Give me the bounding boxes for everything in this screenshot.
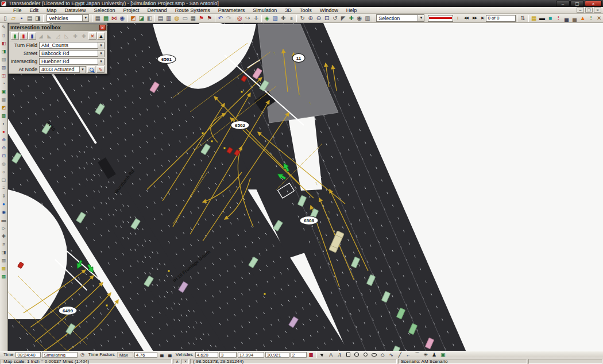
dense-button[interactable]: ▩ xyxy=(0,111,7,119)
page-button[interactable]: ▯ xyxy=(0,31,7,39)
zoom-in-button[interactable]: ⊕ xyxy=(0,135,7,144)
grid-button[interactable]: ▦ xyxy=(0,95,7,103)
table-button[interactable]: ▤ xyxy=(0,55,7,63)
locate-button[interactable]: ◉ xyxy=(0,208,7,216)
flag-a-button[interactable]: ◧ xyxy=(0,39,7,47)
delete-button[interactable]: ✕ xyxy=(88,32,96,40)
mdi-close-button[interactable]: × xyxy=(594,7,601,13)
selection-set-select[interactable]: Selection▼ xyxy=(376,14,424,22)
rect-button[interactable]: ▢ xyxy=(0,176,7,184)
zoom-selection-button[interactable]: ◉ xyxy=(355,14,364,22)
menu-file[interactable]: File xyxy=(9,7,26,13)
menu-3d[interactable]: 3D xyxy=(281,7,296,13)
node-label-6499[interactable]: 6499 xyxy=(59,307,77,315)
chart-button[interactable]: ∎ xyxy=(287,14,295,22)
theme-line-button[interactable]: ◧ xyxy=(145,14,153,22)
menu-project[interactable]: Project xyxy=(119,7,144,13)
zoom-out-button[interactable]: ⊖ xyxy=(0,144,7,152)
approach-b-button[interactable]: ◣ xyxy=(45,32,53,40)
freehand-tool[interactable]: ∿ xyxy=(387,351,396,358)
nav-last-button[interactable]: ▶| xyxy=(479,14,486,22)
clock-button[interactable]: ◷ xyxy=(78,351,86,358)
line-tool[interactable]: ╱ xyxy=(396,351,404,358)
chevron-down-icon[interactable]: ▼ xyxy=(418,15,424,21)
menu-route-systems[interactable]: Route Systems xyxy=(171,7,214,13)
overlap-button[interactable]: ▥ xyxy=(364,14,372,22)
nav-next-button[interactable]: ▶▶ xyxy=(470,14,479,22)
corner-button[interactable]: ◩ xyxy=(0,103,7,111)
record-button[interactable]: ● xyxy=(0,127,7,135)
chevron-down-icon[interactable]: ▼ xyxy=(79,67,86,73)
print-map-button[interactable]: ▦ xyxy=(189,14,197,22)
target-button[interactable]: ◎ xyxy=(235,14,243,22)
arc-tool[interactable]: ⌒ xyxy=(413,351,422,358)
add-b-button[interactable]: ✚ xyxy=(80,32,88,40)
close-button[interactable]: × xyxy=(585,1,602,6)
menu-simulation[interactable]: Simulation xyxy=(249,7,281,13)
pin-button[interactable]: ✛ xyxy=(252,14,260,22)
scroll-button[interactable]: ⇕ xyxy=(0,192,7,200)
rows-button[interactable]: ▥ xyxy=(0,256,7,264)
open-button[interactable]: ▱ xyxy=(9,14,17,22)
list-button[interactable]: ≡ xyxy=(0,184,7,192)
menu-window[interactable]: Window xyxy=(316,7,342,13)
nav-first-button[interactable]: |◀ xyxy=(455,14,462,22)
toolbox-tools-button[interactable]: ✕ xyxy=(595,14,603,22)
window-button[interactable]: ◫ xyxy=(0,71,7,79)
add-button[interactable]: ✚ xyxy=(0,232,7,240)
movement-a-button[interactable]: ◿ xyxy=(54,32,62,40)
scale-reset-button[interactable]: × xyxy=(181,359,189,364)
polygon-tool[interactable]: ◇ xyxy=(378,351,387,358)
network-check-button[interactable]: ⇅ xyxy=(519,14,527,22)
zoom-out-button[interactable]: ⊖ xyxy=(315,14,323,22)
circle-tool[interactable] xyxy=(361,351,370,358)
exit-button[interactable]: ↪ xyxy=(243,14,252,22)
intersecting-select[interactable]: Huebner Rd▼ xyxy=(39,58,105,65)
zoom-in-button[interactable]: ⊕ xyxy=(307,14,315,22)
menu-dataview[interactable]: Dataview xyxy=(61,7,90,13)
redo-button[interactable]: ↷ xyxy=(225,14,233,22)
rotate-view-button[interactable]: ↻ xyxy=(298,14,306,22)
car-light-button[interactable]: ▄ xyxy=(166,351,174,358)
node-label-6508[interactable]: 6508 xyxy=(300,216,318,225)
intersection-toolbox-dialog[interactable]: Intersection Toolbox ✕ ▮▮▮◢◣◿◺✚✚✕▲ Turn … xyxy=(9,24,107,74)
legend-button[interactable]: ◩ xyxy=(129,14,137,22)
node-label-6501[interactable]: 6501 xyxy=(157,55,176,64)
turn-field-select[interactable]: AM_Counts▼ xyxy=(39,42,105,49)
select-vehicle-button[interactable]: ◈ xyxy=(263,14,271,22)
edit-node-button[interactable]: ✎ xyxy=(96,66,105,73)
rounded-rectangle-tool[interactable] xyxy=(353,351,361,358)
close-icon[interactable]: ✕ xyxy=(99,25,106,30)
map-view-button[interactable]: ▩ xyxy=(102,14,110,22)
locate-node-button[interactable] xyxy=(87,66,95,73)
menu-demand[interactable]: Demand xyxy=(144,7,171,13)
globe-button[interactable]: ◍ xyxy=(0,160,7,168)
new-button[interactable]: ▯ xyxy=(1,14,9,22)
pencil-button[interactable]: ✎ xyxy=(0,23,7,31)
clock-button[interactable]: ◔ xyxy=(0,79,7,87)
approach-a-button[interactable]: ◢ xyxy=(37,32,45,40)
panel-button[interactable]: ◨ xyxy=(0,248,7,256)
dialog-title-bar[interactable]: Intersection Toolbox ✕ xyxy=(9,24,107,31)
matrix-cell-button[interactable]: ■ xyxy=(546,14,554,22)
vehicle-b-button[interactable]: ▄ xyxy=(571,14,579,22)
flag-red-button[interactable]: ⚑ xyxy=(197,14,205,22)
collapse-button[interactable]: ▲ xyxy=(97,32,105,40)
signal-node-a-button[interactable]: ▮ xyxy=(11,32,19,40)
matrix-button[interactable]: ▦ xyxy=(94,14,102,22)
add-a-button[interactable]: ✚ xyxy=(71,32,79,40)
menu-parameters[interactable]: Parameters xyxy=(214,7,249,13)
square-tool[interactable] xyxy=(344,351,353,358)
at-node-select[interactable]: 4033 Actuated▼ xyxy=(39,66,86,73)
bar-button[interactable]: ▬ xyxy=(0,216,7,224)
signal-list-button[interactable]: ▦ xyxy=(530,14,538,22)
signal-node-b-button[interactable]: ▮ xyxy=(20,32,28,40)
menu-tools[interactable]: Tools xyxy=(296,7,316,13)
workspace-button[interactable]: ◨ xyxy=(34,14,42,22)
note-button[interactable]: ▭ xyxy=(181,14,189,22)
mdi-minimize-button[interactable]: – xyxy=(577,7,584,13)
save-button[interactable]: ▪ xyxy=(17,14,25,22)
maximize-button[interactable]: ▢ xyxy=(570,1,584,6)
yellow-grid-button[interactable]: ▦ xyxy=(0,264,7,272)
movement-b-button[interactable]: ◺ xyxy=(63,32,71,40)
